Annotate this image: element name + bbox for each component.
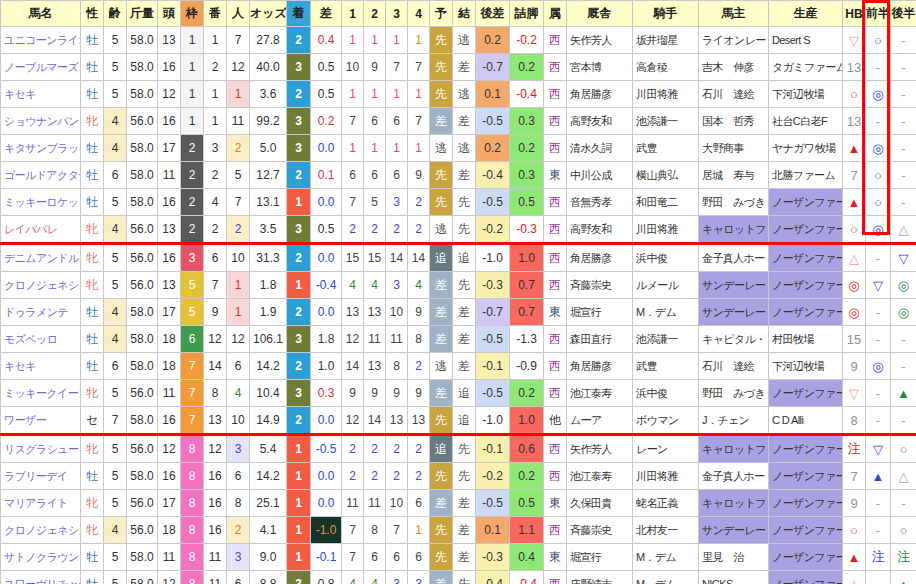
cell-sex: 牡 <box>81 463 104 490</box>
cell-weight: 58.0 <box>127 81 158 108</box>
horse-name-link[interactable]: レイパパレ <box>1 216 81 244</box>
cell-odds: 27.8 <box>250 27 287 54</box>
col-header-owner: 馬主 <box>699 1 769 27</box>
cell-zenhan: ◎ <box>866 216 891 244</box>
cell-age: 5 <box>104 544 127 571</box>
rank-mark: 7 <box>850 469 857 484</box>
rank-mark: ▲ <box>897 386 910 401</box>
horse-name-link[interactable]: ワーザー <box>1 407 81 435</box>
cell-hb: △ <box>843 244 866 272</box>
cell-corner1: 1 <box>342 135 364 162</box>
horse-name-link[interactable]: ユニコーンライオン <box>1 27 81 54</box>
cell-prediction: 逃 <box>430 353 453 380</box>
cell-prediction: 先 <box>430 544 453 571</box>
cell-age: 4 <box>104 299 127 326</box>
cell-corner4: 7 <box>408 108 430 135</box>
horse-name-link[interactable]: キタサンブラック <box>1 135 81 162</box>
cell-age: 6 <box>104 353 127 380</box>
cell-region: 東 <box>544 299 567 326</box>
horse-name-link[interactable]: ミッキーロケット <box>1 189 81 216</box>
cell-jockey: レーン <box>633 435 699 463</box>
cell-corner2: 4 <box>364 571 386 584</box>
table-row: モズベッロ牡458.01861212106.131.81211118差差-0.5… <box>1 326 916 353</box>
cell-corner4: 9 <box>408 380 430 407</box>
cell-frame: 7 <box>181 407 204 435</box>
cell-number: 7 <box>204 272 227 299</box>
rank-mark: ▽ <box>873 278 883 293</box>
cell-owner: 金子真人ホー <box>699 463 769 490</box>
horse-name-link[interactable]: ミッキークイーン <box>1 380 81 407</box>
cell-closing: 0.2 <box>510 54 544 81</box>
cell-sex: 牝 <box>81 244 104 272</box>
cell-hb: 13 <box>843 54 866 81</box>
cell-number: 16 <box>204 517 227 544</box>
horse-name-link[interactable]: モズベッロ <box>1 326 81 353</box>
cell-late-diff: -0.5 <box>476 490 510 517</box>
table-row: ユニコーンライオン牡558.01311727.820.41111先逃0.2-0.… <box>1 27 916 54</box>
horse-name-link[interactable]: クロノジェネシス <box>1 517 81 544</box>
cell-zenhan: ▲ <box>866 463 891 490</box>
horse-name-link[interactable]: ドゥラメンテ <box>1 299 81 326</box>
cell-popularity: 6 <box>227 571 250 584</box>
cell-sex: 牡 <box>81 299 104 326</box>
table-row: ドゥラメンテ牡458.0175911.920.01313109差差-0.70.7… <box>1 299 916 326</box>
cell-popularity: 1 <box>227 299 250 326</box>
horse-name-link[interactable]: スワーヴリチャード <box>1 571 81 584</box>
col-header-age: 齢 <box>104 1 127 27</box>
cell-sex: セ <box>81 407 104 435</box>
cell-weight: 58.0 <box>127 189 158 216</box>
col-header-corner1: 1 <box>342 1 364 27</box>
dash-mark: - <box>901 87 905 102</box>
cell-field-size: 11 <box>158 380 181 407</box>
cell-jockey: 浜中俊 <box>633 380 699 407</box>
cell-popularity: 10 <box>227 244 250 272</box>
cell-corner4: 4 <box>408 272 430 299</box>
horse-name-link[interactable]: デニムアンドルビー <box>1 244 81 272</box>
cell-finish: 2 <box>287 81 311 108</box>
cell-jockey: M．デム <box>633 299 699 326</box>
cell-frame: 7 <box>181 353 204 380</box>
cell-result: 差 <box>453 108 476 135</box>
cell-margin: 0.8 <box>311 571 342 584</box>
horse-name-link[interactable]: マリアライト <box>1 490 81 517</box>
cell-number: 9 <box>204 299 227 326</box>
col-header-region: 属 <box>544 1 567 27</box>
cell-stable: 森田直行 <box>567 326 633 353</box>
cell-corner3: 6 <box>386 162 408 189</box>
cell-jockey: 川田将雅 <box>633 81 699 108</box>
cell-result: 追 <box>453 380 476 407</box>
cell-closing: -1.3 <box>510 326 544 353</box>
cell-sex: 牡 <box>81 81 104 108</box>
cell-region: 西 <box>544 272 567 299</box>
horse-name-link[interactable]: ショウナンパンドラ <box>1 108 81 135</box>
horse-name-link[interactable]: ラブリーデイ <box>1 463 81 490</box>
cell-odds: 14.2 <box>250 353 287 380</box>
cell-popularity: 7 <box>227 189 250 216</box>
horse-name-link[interactable]: ゴールドアクター <box>1 162 81 189</box>
horse-name-link[interactable]: クロノジェネシス <box>1 272 81 299</box>
horse-name-link[interactable]: サトノクラウン <box>1 544 81 571</box>
cell-region: 西 <box>544 353 567 380</box>
dash-mark: - <box>901 359 905 374</box>
cell-odds: 13.1 <box>250 189 287 216</box>
cell-kouhan: - <box>891 189 916 216</box>
horse-name-link[interactable]: ノーブルマーズ <box>1 54 81 81</box>
horse-name-link[interactable]: キセキ <box>1 353 81 380</box>
cell-region: 西 <box>544 27 567 54</box>
cell-owner: J．チェン <box>699 407 769 435</box>
cell-zenhan: - <box>866 407 891 435</box>
cell-frame: 2 <box>181 216 204 244</box>
rank-mark: ◎ <box>872 359 883 374</box>
cell-result: 逃 <box>453 27 476 54</box>
cell-owner: ライオンレー <box>699 27 769 54</box>
cell-weight: 58.0 <box>127 571 158 584</box>
horse-name-link[interactable]: リスグラシュー <box>1 435 81 463</box>
cell-sex: 牡 <box>81 544 104 571</box>
cell-prediction: 先 <box>430 407 453 435</box>
cell-number: 11 <box>204 571 227 584</box>
rank-mark: ◎ <box>872 222 883 237</box>
cell-age: 5 <box>104 272 127 299</box>
cell-zenhan: 注 <box>866 544 891 571</box>
cell-finish: 1 <box>287 463 311 490</box>
horse-name-link[interactable]: キセキ <box>1 81 81 108</box>
